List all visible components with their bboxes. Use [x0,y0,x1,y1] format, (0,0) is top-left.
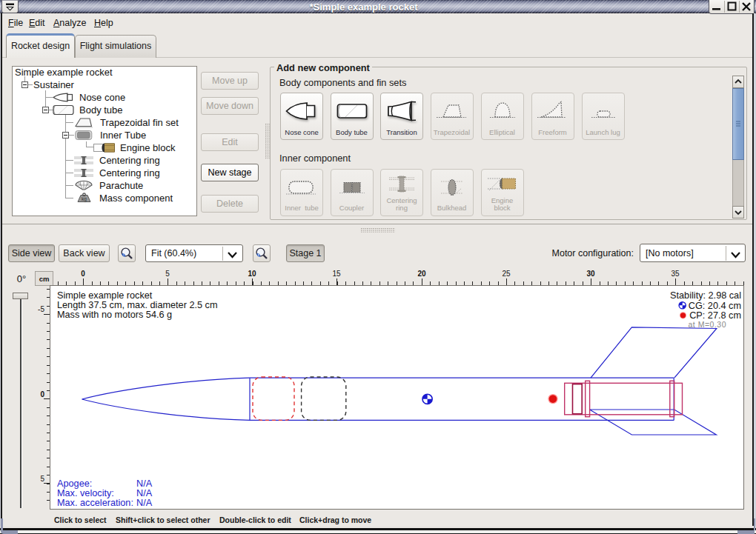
svg-text:Apogee:: Apogee: [57,478,92,489]
svg-text:at M=0.30: at M=0.30 [689,320,727,329]
svg-text:Max. velocity:: Max. velocity: [57,488,114,498]
svg-text:Length 37.5 cm, max. diameter: Length 37.5 cm, max. diameter 2.5 cm [57,300,218,310]
svg-text:kg: kg [82,196,87,202]
svg-text:CG: 20.4 cm: CG: 20.4 cm [689,301,741,311]
svg-text:Simple example rocket: Simple example rocket [57,290,153,301]
svg-text:Max. acceleration:: Max. acceleration: [57,498,133,508]
svg-text:Stability: 2.98 cal: Stability: 2.98 cal [670,290,741,301]
svg-text:Mass with no motors 54.6 g: Mass with no motors 54.6 g [57,310,172,320]
svg-text:N/A: N/A [136,488,153,498]
svg-text:N/A: N/A [136,478,153,489]
svg-text:N/A: N/A [136,498,153,508]
